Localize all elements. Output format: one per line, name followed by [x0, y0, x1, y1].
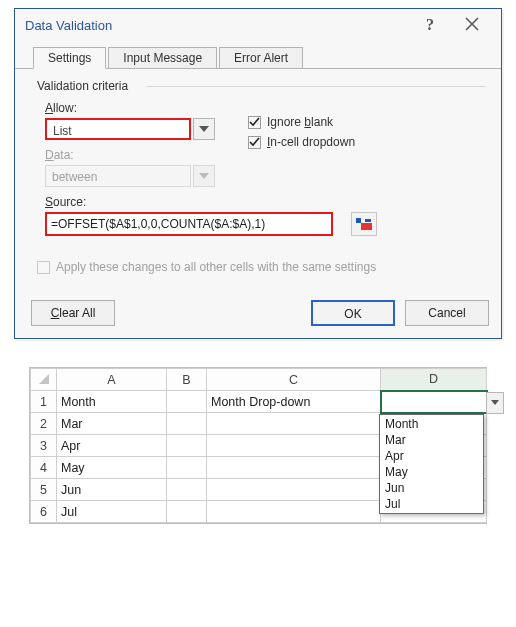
cell[interactable]: Jun: [57, 479, 167, 501]
validation-criteria-legend: Validation criteria: [37, 79, 485, 93]
cell[interactable]: Jul: [57, 501, 167, 523]
cell[interactable]: [167, 501, 207, 523]
chevron-down-icon: [199, 173, 209, 179]
close-button[interactable]: [451, 17, 493, 34]
allow-value: List: [45, 118, 191, 140]
checkbox-box: [37, 261, 50, 274]
source-label: Source:: [45, 195, 485, 209]
cell-b1[interactable]: [167, 391, 207, 413]
tab-error-alert[interactable]: Error Alert: [219, 47, 303, 69]
data-value: between: [45, 165, 191, 187]
ok-button[interactable]: OK: [311, 300, 395, 326]
cell[interactable]: [207, 435, 381, 457]
dialog-titlebar[interactable]: Data Validation ?: [15, 9, 501, 42]
allow-label: Allow:: [45, 101, 242, 115]
cell[interactable]: [167, 413, 207, 435]
row-header[interactable]: 2: [31, 413, 57, 435]
help-button[interactable]: ?: [409, 16, 451, 34]
cell[interactable]: Apr: [57, 435, 167, 457]
range-selector-button[interactable]: [351, 212, 377, 236]
ignore-blank-checkbox[interactable]: Ignore blank: [248, 115, 355, 129]
select-all-corner[interactable]: [31, 369, 57, 391]
checkbox-box: [248, 136, 261, 149]
select-all-icon: [39, 374, 49, 384]
spreadsheet[interactable]: A B C D 1 Month Month Drop-down 2Mar 3Ap…: [29, 367, 487, 524]
row-header[interactable]: 3: [31, 435, 57, 457]
dropdown-option[interactable]: Apr: [380, 448, 483, 464]
cell[interactable]: May: [57, 457, 167, 479]
check-icon: [249, 117, 260, 128]
row-header[interactable]: 5: [31, 479, 57, 501]
cell[interactable]: [207, 413, 381, 435]
cell[interactable]: Mar: [57, 413, 167, 435]
range-selector-icon: [356, 218, 372, 230]
apply-all-checkbox: Apply these changes to all other cells w…: [37, 260, 485, 274]
cell[interactable]: [207, 501, 381, 523]
dropdown-option[interactable]: May: [380, 464, 483, 480]
chevron-down-icon: [199, 126, 209, 132]
cell[interactable]: [167, 435, 207, 457]
dropdown-option[interactable]: Jun: [380, 480, 483, 496]
row-header[interactable]: 4: [31, 457, 57, 479]
clear-all-button[interactable]: Clear All: [31, 300, 115, 326]
chevron-down-icon: [491, 400, 499, 405]
data-dropdown-button: [193, 165, 215, 187]
cell[interactable]: [167, 457, 207, 479]
data-combo: between: [45, 165, 215, 187]
dropdown-option[interactable]: Jul: [380, 496, 483, 512]
cancel-button[interactable]: Cancel: [405, 300, 489, 326]
apply-all-label: Apply these changes to all other cells w…: [56, 260, 376, 274]
tab-input-message[interactable]: Input Message: [108, 47, 217, 69]
cell-dropdown-button[interactable]: [486, 392, 504, 414]
tab-settings[interactable]: Settings: [33, 47, 106, 69]
incell-dropdown-checkbox[interactable]: In-cell dropdown: [248, 135, 355, 149]
data-validation-dialog: Data Validation ? Settings Input Message…: [14, 8, 502, 339]
col-header-c[interactable]: C: [207, 369, 381, 391]
source-input[interactable]: =OFFSET($A$1,0,0,COUNTA($A:$A),1): [45, 212, 333, 236]
row-header[interactable]: 6: [31, 501, 57, 523]
dropdown-option[interactable]: Mar: [380, 432, 483, 448]
cell-d1-active[interactable]: [381, 391, 487, 413]
close-icon: [465, 17, 479, 31]
cell[interactable]: [167, 479, 207, 501]
allow-dropdown-button[interactable]: [193, 118, 215, 140]
dialog-title: Data Validation: [25, 18, 112, 33]
cell[interactable]: [207, 479, 381, 501]
dialog-button-row: Clear All OK Cancel: [15, 294, 501, 338]
check-icon: [249, 137, 260, 148]
incell-dropdown-label: In-cell dropdown: [267, 135, 355, 149]
row-header[interactable]: 1: [31, 391, 57, 413]
cell-a1[interactable]: Month: [57, 391, 167, 413]
cell-c1[interactable]: Month Drop-down: [207, 391, 381, 413]
dropdown-option[interactable]: Month: [380, 416, 483, 432]
allow-combo[interactable]: List: [45, 118, 215, 140]
ignore-blank-label: Ignore blank: [267, 115, 333, 129]
col-header-a[interactable]: A: [57, 369, 167, 391]
data-label: Data:: [45, 148, 242, 162]
col-header-b[interactable]: B: [167, 369, 207, 391]
tab-strip: Settings Input Message Error Alert: [15, 42, 501, 69]
checkbox-box: [248, 116, 261, 129]
dropdown-list[interactable]: Month Mar Apr May Jun Jul: [379, 414, 484, 514]
col-header-d[interactable]: D: [381, 369, 487, 391]
cell[interactable]: [207, 457, 381, 479]
